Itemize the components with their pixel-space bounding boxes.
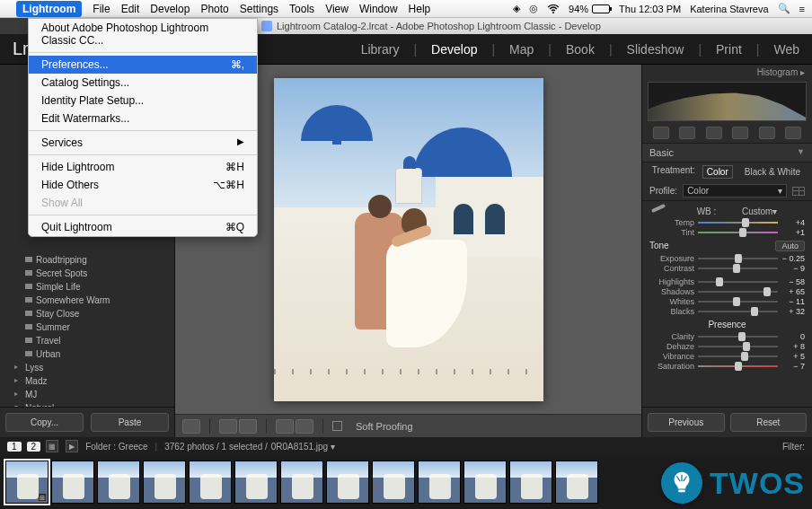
filmstrip-thumb[interactable] [509,461,552,504]
collection-item[interactable]: Simple Life [0,280,174,294]
menu-edit-watermarks[interactable]: Edit Watermarks... [29,110,257,127]
filmstrip-thumb[interactable]: ⊞ [5,461,49,504]
slider-tint[interactable]: Tint+1 [642,228,812,238]
wb-dropper-icon[interactable] [649,205,671,217]
menu-catalog-settings[interactable]: Catalog Settings... [29,74,257,92]
slider-saturation[interactable]: Saturation− 7 [642,362,812,372]
filmstrip-thumb[interactable] [326,461,369,504]
menu-hide-others[interactable]: Hide Others⌥⌘H [29,176,257,194]
collection-item[interactable]: Urban [0,347,174,361]
filmstrip-thumb[interactable] [189,461,232,504]
folder-item[interactable]: Lyss [0,361,174,374]
profile-select[interactable]: Color▾ [683,184,787,197]
brush-tool-icon[interactable] [785,127,801,139]
reset-button[interactable]: Reset [730,413,808,432]
menu-hide-lightroom[interactable]: Hide Lightroom⌘H [29,158,257,176]
menu-about[interactable]: About Adobe Photoshop Lightroom Classic … [29,19,257,49]
spotlight-icon[interactable]: 🔍 [778,3,790,14]
slider-dehaze[interactable]: Dehaze+ 8 [642,342,812,352]
battery-status[interactable]: 94% [569,4,610,14]
play-icon[interactable]: ▶ [66,440,78,452]
menu-develop[interactable]: Develop [150,3,190,15]
clock[interactable]: Thu 12:03 PM [619,4,681,14]
menu-help[interactable]: Help [409,3,431,15]
filmstrip-thumb[interactable] [51,461,94,504]
crop-tool-icon[interactable] [653,127,669,139]
menu-file[interactable]: File [93,3,110,15]
module-slideshow[interactable]: Slideshow [627,42,684,57]
radial-tool-icon[interactable] [759,127,775,139]
user-name[interactable]: Katerina Stavreva [690,4,768,14]
filmstrip-thumb[interactable] [280,461,323,504]
folder-item[interactable]: Madz [0,374,174,388]
grid-view-icon[interactable]: ▦ [46,440,58,452]
basic-panel-header[interactable]: Basic▼ [642,144,812,162]
filmstrip-thumb[interactable] [463,461,507,504]
slider-temp[interactable]: Temp+4 [642,218,812,228]
paste-button[interactable]: Paste [91,413,169,432]
module-web[interactable]: Web [773,42,799,57]
gradient-tool-icon[interactable] [732,127,748,139]
menu-identity-plate[interactable]: Identity Plate Setup... [29,92,257,110]
slider-exposure[interactable]: Exposure− 0.25 [642,254,812,264]
menu-photo[interactable]: Photo [200,3,228,15]
menu-settings[interactable]: Settings [240,3,278,15]
monitor-badge[interactable]: 1 [7,442,22,452]
collection-item[interactable]: Secret Spots [0,267,174,280]
module-book[interactable]: Book [566,42,595,57]
cc-icon[interactable]: ◎ [529,3,538,14]
menu-edit[interactable]: Edit [121,3,140,15]
module-library[interactable]: Library [361,42,400,57]
menu-services[interactable]: Services▶ [29,134,257,152]
redeye-tool-icon[interactable] [706,127,722,139]
filmstrip-thumb[interactable] [372,461,415,504]
profile-browser-icon[interactable] [792,187,805,196]
treatment-bw[interactable]: Black & White [740,165,805,179]
filmstrip-thumb[interactable] [418,461,461,504]
histogram-header[interactable]: Histogram ▸ [642,65,812,80]
auto-button[interactable]: Auto [775,241,805,251]
menu-preferences[interactable]: Preferences...⌘, [29,56,257,74]
compare-y-button[interactable] [276,419,294,434]
histogram[interactable] [648,82,807,121]
folder-item[interactable]: MJ [0,388,174,401]
module-print[interactable]: Print [716,42,742,57]
menu-view[interactable]: View [325,3,349,15]
copy-button[interactable]: Copy... [5,413,84,432]
folder-path[interactable]: Folder : Greece [85,442,147,452]
filmstrip-thumb[interactable] [143,461,186,504]
wifi-icon[interactable] [547,4,560,13]
loupe-view-button[interactable] [182,419,200,434]
slider-blacks[interactable]: Blacks+ 32 [642,307,812,317]
menu-window[interactable]: Window [359,3,398,15]
notifications-icon[interactable]: ≡ [799,4,805,14]
collection-item[interactable]: Travel [0,334,174,347]
filmstrip-thumb[interactable] [555,461,598,504]
menu-quit[interactable]: Quit Lightroom⌘Q [29,218,257,236]
filmstrip-thumb[interactable] [97,461,140,504]
menu-app[interactable]: Lightroom [16,1,82,17]
monitor-badge[interactable]: 2 [27,442,41,452]
slider-vibrance[interactable]: Vibrance+ 5 [642,352,812,362]
module-map[interactable]: Map [509,42,534,57]
slider-shadows[interactable]: Shadows+ 65 [642,287,812,297]
module-develop[interactable]: Develop [431,42,477,57]
collection-item[interactable]: Roadtripping [0,253,174,267]
before-after-right-button[interactable] [239,419,257,434]
wb-select[interactable]: Custom▾ [742,206,805,216]
slider-clarity[interactable]: Clarity0 [642,332,812,342]
soft-proofing-checkbox[interactable] [332,421,342,431]
compare-y-swap-button[interactable] [296,419,313,434]
spot-tool-icon[interactable] [679,127,695,139]
treatment-color[interactable]: Color [702,165,733,179]
slider-highlights[interactable]: Highlights− 58 [642,277,812,287]
dropbox-icon[interactable]: ◈ [513,3,520,14]
collection-item[interactable]: Summer [0,320,174,334]
slider-whites[interactable]: Whites− 11 [642,297,812,307]
folder-item[interactable]: Natural [0,401,174,407]
collection-item[interactable]: Somewhere Warm [0,294,174,307]
filmstrip-thumb[interactable] [234,461,278,504]
menu-tools[interactable]: Tools [289,3,314,15]
slider-contrast[interactable]: Contrast− 9 [642,264,812,274]
previous-button[interactable]: Previous [648,413,725,432]
